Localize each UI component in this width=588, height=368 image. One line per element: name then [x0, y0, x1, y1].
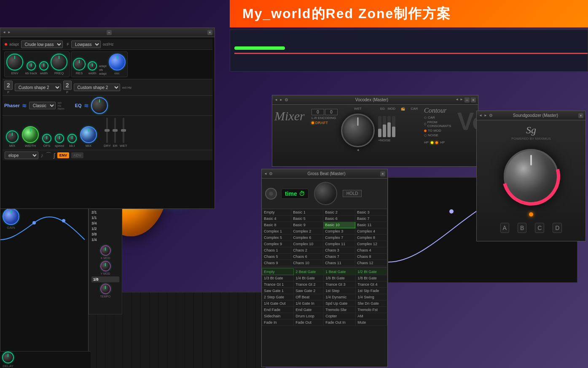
gb-preset-cell[interactable]: Basic 3: [355, 209, 387, 216]
vocodex-gear-icon[interactable]: ⚙: [285, 97, 288, 102]
gb-gate-cell[interactable]: 1/3 Bt Gate: [262, 275, 294, 281]
gb-gate-cell[interactable]: 1/2 Bt Gate: [356, 269, 387, 275]
vocodex-close[interactable]: ×: [471, 97, 476, 103]
mod-slider[interactable]: [383, 116, 386, 137]
gb-gate-cell[interactable]: Trance Gt 2: [294, 281, 324, 288]
gb-gate-cell[interactable]: Mute: [356, 319, 387, 326]
gb-preset-cell[interactable]: Empty: [262, 209, 291, 216]
gb-preset-cell[interactable]: Complex 3: [323, 228, 355, 235]
gb-gate-cell[interactable]: End Gate: [294, 307, 324, 313]
vocodex-minimize[interactable]: −: [464, 97, 470, 103]
gb-preset-cell[interactable]: Complex 2: [291, 228, 323, 235]
gb-preset-cell[interactable]: Basic 7: [355, 216, 387, 222]
gb-preset-cell[interactable]: Chaos 11: [323, 260, 355, 266]
gb-gate-cell[interactable]: Slw Dn Gate: [356, 300, 387, 307]
gb-preset-cell[interactable]: Complex 5: [262, 235, 291, 241]
filter-dropdown-1[interactable]: Crude low pass: [21, 41, 63, 48]
car-slider1[interactable]: [387, 116, 391, 137]
gb-gate-cell[interactable]: Copter: [324, 313, 356, 319]
nav-left-icon[interactable]: ◄: [3, 30, 6, 34]
gb-main-knob[interactable]: [314, 182, 337, 205]
gb-preset-cell[interactable]: Chaos 8: [355, 254, 387, 260]
gb-preset-cell[interactable]: Chaos 12: [355, 260, 387, 266]
sg-nav-left[interactable]: ◄: [479, 114, 482, 117]
gb-close[interactable]: ×: [380, 171, 385, 176]
gb-gate-cell[interactable]: Drum Loop: [294, 313, 324, 319]
gb-gate-cell[interactable]: 2 Beat Gate: [294, 269, 324, 275]
freq-knob[interactable]: [51, 54, 67, 70]
gb-circle-btn[interactable]: [265, 188, 277, 200]
gb-preset-cell[interactable]: Complex 7: [323, 235, 355, 241]
gb-gate-cell[interactable]: Off Beat: [294, 294, 324, 300]
mix-big-knob[interactable]: [91, 97, 108, 114]
sg-btn-d[interactable]: D: [553, 223, 562, 233]
gb-preset-cell[interactable]: Complex 9: [262, 241, 291, 247]
shape2-dropdown[interactable]: Custom shape 2: [74, 84, 120, 91]
radio-noise-dot[interactable]: [424, 134, 427, 137]
gb-gate-cell[interactable]: Trance Gt 1: [262, 281, 294, 288]
gb-gate-cell[interactable]: Trance Gt 4: [356, 281, 387, 288]
mix-knob[interactable]: [6, 130, 19, 143]
rate-1-8-selected[interactable]: 1/8: [91, 276, 119, 282]
gb-gate-cell[interactable]: Fade Out: [294, 319, 324, 326]
gb-preset-cell[interactable]: Chaos 6: [291, 254, 323, 260]
gb-gate-cell[interactable]: 1/6 Bt Gate: [324, 275, 356, 281]
gb-preset-cell[interactable]: Complex 4: [355, 228, 387, 235]
gb-preset-cell[interactable]: Basic 2: [323, 209, 355, 216]
gb-preset-cell[interactable]: Complex 1: [262, 228, 291, 235]
nav-right-icon[interactable]: ►: [8, 30, 11, 34]
er-fader[interactable]: [114, 118, 116, 143]
radio-car-dot[interactable]: [424, 116, 427, 119]
gb-preset-cell[interactable]: Basic 5: [291, 216, 323, 222]
env-btn[interactable]: ENV: [57, 152, 70, 158]
vocodex-nav2-left[interactable]: ◄: [455, 97, 459, 103]
gb-preset-cell[interactable]: Chaos 3: [323, 247, 355, 254]
kb-track-knob[interactable]: [27, 61, 36, 70]
gb-gate-cell[interactable]: Saw Gate 2: [294, 288, 324, 294]
gb-preset-cell[interactable]: Chaos 2: [291, 247, 323, 254]
gb-gate-cell[interactable]: Saw Gate 1: [262, 288, 294, 294]
gb-preset-cell[interactable]: Basic 4: [262, 216, 291, 222]
sg-nav-right[interactable]: ►: [484, 114, 487, 117]
gb-preset-cell[interactable]: Complex 10: [291, 241, 323, 247]
gb-gate-cell[interactable]: Trance Gt 3: [324, 281, 356, 288]
gb-preset-cell[interactable]: Chaos 7: [323, 254, 355, 260]
radio-consonants-dot[interactable]: [424, 123, 426, 125]
gb-gate-cell[interactable]: 1st Stp Fade: [356, 288, 387, 294]
gb-gate-cell[interactable]: Empty: [262, 269, 294, 275]
gb-gate-cell[interactable]: 1/4 Dynamic: [324, 294, 356, 300]
hold-button[interactable]: HOLD: [343, 190, 362, 197]
gb-preset-cell[interactable]: Complex 8: [355, 235, 387, 241]
delay-knob[interactable]: [2, 352, 14, 363]
gb-gate-cell[interactable]: 1/8 Bt Gate: [356, 275, 387, 281]
y-mod-knob[interactable]: [100, 261, 111, 271]
kbt-knob[interactable]: [67, 134, 77, 143]
gb-gate-cell[interactable]: Sidechain: [262, 313, 294, 319]
close-button[interactable]: ×: [207, 30, 212, 35]
gb-gate-cell[interactable]: 1st Step: [324, 288, 356, 294]
sg-btn-c[interactable]: C: [535, 223, 544, 233]
sg-slider[interactable]: [378, 116, 381, 137]
gb-gate-cell[interactable]: End Fade: [262, 307, 294, 313]
speed-knob[interactable]: [55, 134, 64, 143]
width3-knob[interactable]: [22, 126, 39, 143]
sg-btn-b[interactable]: B: [518, 223, 526, 233]
res-knob[interactable]: [73, 58, 86, 70]
vocodex-nav2-right[interactable]: ►: [460, 97, 463, 103]
mix2-big-knob[interactable]: [80, 126, 97, 143]
gb-gate-cell[interactable]: Tremolo Fst: [356, 307, 387, 313]
gb-gear-icon[interactable]: ⚙: [269, 171, 273, 176]
radio-to-mod-dot[interactable]: [424, 130, 427, 132]
gain-knob[interactable]: [3, 208, 19, 225]
sg-btn-a[interactable]: A: [500, 223, 509, 233]
car-slider2[interactable]: [392, 116, 395, 137]
vocodex-nav-right[interactable]: ►: [279, 98, 283, 102]
gb-preset-cell[interactable]: Basic 6: [323, 216, 355, 222]
adv-btn[interactable]: ADV: [71, 152, 83, 158]
gb-preset-cell[interactable]: Chaos 4: [355, 247, 387, 254]
gb-preset-cell[interactable]: Chaos 9: [262, 260, 291, 266]
osc-knob[interactable]: [109, 54, 126, 70]
minimize-button[interactable]: −: [107, 30, 112, 35]
gb-preset-cell[interactable]: Complex 6: [291, 235, 323, 241]
gb-gate-cell[interactable]: 1 Beat Gate: [324, 269, 356, 275]
